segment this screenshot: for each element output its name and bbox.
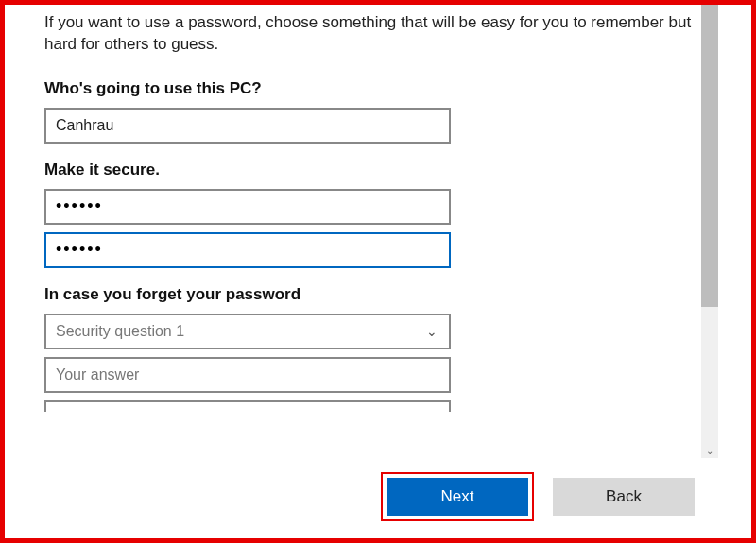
security-question-value: Security question 1 xyxy=(56,323,184,340)
password-value: •••••• xyxy=(56,196,103,216)
next-button[interactable]: Next xyxy=(387,478,528,516)
confirm-password-value: •••••• xyxy=(56,240,103,260)
security-answer-input[interactable]: Your answer xyxy=(44,357,451,393)
next-field-partial xyxy=(44,400,451,412)
confirm-password-input[interactable]: •••••• xyxy=(44,232,451,268)
security-answer-placeholder: Your answer xyxy=(56,366,139,383)
intro-text: If you want to use a password, choose so… xyxy=(44,12,695,56)
next-button-highlight: Next xyxy=(381,472,534,521)
security-question-select[interactable]: Security question 1 ⌄ xyxy=(44,314,451,349)
form-area: If you want to use a password, choose so… xyxy=(44,12,695,458)
back-button[interactable]: Back xyxy=(553,478,695,516)
window-frame: If you want to use a password, choose so… xyxy=(0,0,756,543)
chevron-down-icon: ⌄ xyxy=(426,324,438,339)
username-label: Who's going to use this PC? xyxy=(44,79,695,98)
username-input[interactable]: Canhrau xyxy=(44,108,451,144)
recovery-label: In case you forget your password xyxy=(44,285,695,304)
vertical-scrollbar[interactable]: ⌄ xyxy=(701,5,718,458)
scrollbar-down-arrow-icon[interactable]: ⌄ xyxy=(701,446,718,456)
password-label: Make it secure. xyxy=(44,161,695,179)
button-bar: Next Back xyxy=(381,472,695,521)
scrollbar-thumb[interactable] xyxy=(701,5,718,307)
username-value: Canhrau xyxy=(56,117,113,134)
password-input[interactable]: •••••• xyxy=(44,189,451,225)
